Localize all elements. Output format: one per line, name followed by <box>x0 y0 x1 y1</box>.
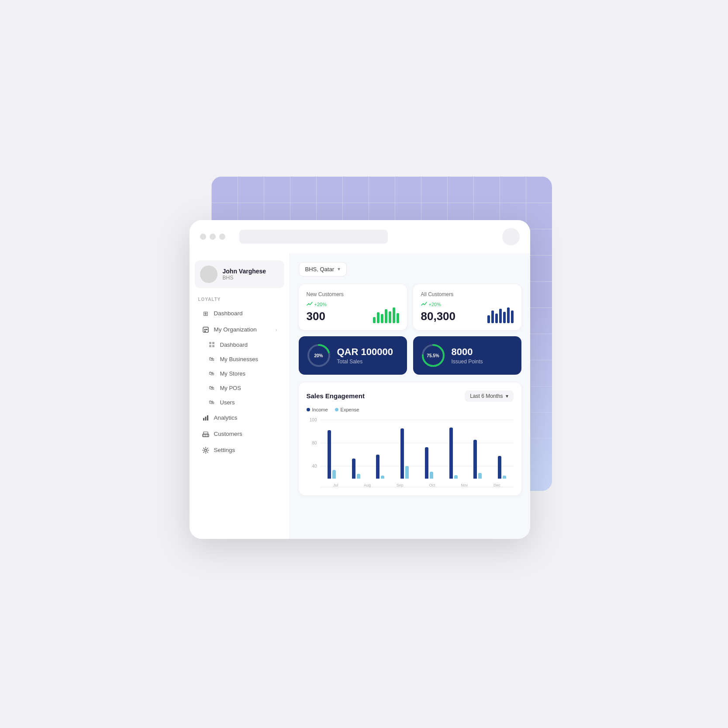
income-bar <box>425 447 428 479</box>
sub-dashboard-icon <box>209 342 216 348</box>
all-customers-value: 80,300 <box>421 310 456 323</box>
svg-rect-7 <box>212 345 214 347</box>
expense-bar <box>454 475 458 479</box>
x-label: Nov <box>461 483 468 487</box>
bar-group <box>352 459 360 479</box>
issued-points-progress: 75.5% <box>421 343 445 368</box>
new-customers-chart <box>373 306 399 323</box>
expense-bar <box>478 473 482 479</box>
bar-group <box>449 428 458 479</box>
sidebar-item-label-customers: Customers <box>214 431 277 437</box>
legend-expense: Expense <box>335 407 359 412</box>
sidebar-subitem-users[interactable]: 🛍 Users <box>193 396 286 410</box>
all-customers-change: +20% <box>421 301 456 308</box>
stores-label: My Stores <box>220 370 246 377</box>
sidebar-item-settings[interactable]: Settings <box>193 442 286 458</box>
income-bar <box>498 456 501 479</box>
total-sales-label: Total Sales <box>337 359 393 365</box>
period-label: Last 6 Months <box>470 393 503 399</box>
sidebar-item-my-organization[interactable]: My Organization › <box>193 322 286 338</box>
expense-label: Expense <box>341 407 359 412</box>
sidebar-item-customers[interactable]: Customers <box>193 426 286 442</box>
svg-rect-9 <box>205 417 206 421</box>
user-info: John Varghese BHS <box>223 268 266 281</box>
bar-group <box>400 428 409 478</box>
engagement-title: Sales Engagement <box>307 392 365 400</box>
all-customers-chart <box>487 306 514 323</box>
organization-icon <box>202 326 210 334</box>
users-label: Users <box>220 399 235 406</box>
bar-group <box>473 440 482 478</box>
svg-rect-10 <box>207 415 208 421</box>
expense-dot <box>335 408 338 411</box>
all-customers-title: All Customers <box>421 291 514 297</box>
sidebar: John Varghese BHS LOYALTY ⊞ Dashboard <box>190 253 290 539</box>
traffic-light-red <box>200 234 206 240</box>
sub-dashboard-label: Dashboard <box>220 342 248 348</box>
sidebar-subitem-my-stores[interactable]: 🛍 My Stores <box>193 367 286 381</box>
issued-points-value: 8000 <box>452 346 483 358</box>
total-sales-card: 20% QAR 100000 Total Sales <box>299 336 407 375</box>
location-chevron-icon: ▾ <box>338 266 340 272</box>
chevron-right-icon: › <box>276 327 277 332</box>
total-sales-value: QAR 100000 <box>337 346 393 358</box>
app-window: John Varghese BHS LOYALTY ⊞ Dashboard <box>190 220 530 539</box>
expense-bar <box>332 470 336 479</box>
svg-point-16 <box>204 449 207 451</box>
svg-rect-5 <box>212 342 214 344</box>
new-customers-title: New Customers <box>307 291 399 297</box>
main-content: BHS, Qatar ▾ New Customers <box>290 253 530 539</box>
new-customers-value: 300 <box>307 310 327 323</box>
user-name: John Varghese <box>223 268 266 275</box>
bar-chart: 100 80 40 <box>307 417 514 487</box>
period-selector[interactable]: Last 6 Months ▾ <box>465 390 513 402</box>
search-bar[interactable] <box>239 230 388 244</box>
bar-group <box>498 456 506 479</box>
businesses-icon: 🛍 <box>209 356 216 363</box>
user-org: BHS <box>223 275 266 281</box>
sidebar-subitem-my-pos[interactable]: 🛍 My POS <box>193 381 286 395</box>
engagement-section: Sales Engagement Last 6 Months ▾ Income <box>299 383 521 495</box>
location-selector[interactable]: BHS, Qatar ▾ <box>299 262 347 276</box>
expense-bar <box>357 474 360 478</box>
sidebar-item-analytics[interactable]: Analytics <box>193 410 286 426</box>
bar-group <box>425 447 433 479</box>
stats-grid: New Customers +20% <box>299 284 521 330</box>
sidebar-subitem-my-businesses[interactable]: 🛍 My Businesses <box>193 352 286 366</box>
total-sales-progress: 20% <box>307 343 331 368</box>
expense-bar <box>405 466 409 479</box>
issued-points-pct: 75.5% <box>427 353 439 358</box>
svg-rect-4 <box>209 342 211 344</box>
period-chevron-icon: ▾ <box>506 393 508 399</box>
pos-icon: 🛍 <box>209 385 216 392</box>
dark-stats-grid: 20% QAR 100000 Total Sales <box>299 336 521 375</box>
income-dot <box>307 408 310 411</box>
svg-rect-6 <box>209 345 211 347</box>
x-label: Dec <box>493 483 500 487</box>
dashboard-icon: ⊞ <box>202 310 210 317</box>
window-action-button[interactable] <box>502 228 520 245</box>
trend-up-icon-2 <box>421 301 427 308</box>
all-customers-card: All Customers +20% <box>413 284 521 330</box>
sidebar-subitem-dashboard[interactable]: Dashboard <box>193 338 286 352</box>
svg-rect-3 <box>204 331 206 332</box>
chart-legend: Income Expense <box>307 407 514 412</box>
income-bar <box>376 455 380 479</box>
income-bar <box>352 459 355 479</box>
settings-icon <box>202 446 210 454</box>
traffic-lights <box>200 234 225 240</box>
x-label: Oct <box>429 483 435 487</box>
sidebar-item-dashboard[interactable]: ⊞ Dashboard <box>193 306 286 321</box>
user-card: John Varghese BHS <box>195 260 284 288</box>
x-label: Jul <box>333 483 338 487</box>
pos-label: My POS <box>220 385 241 391</box>
stores-icon: 🛍 <box>209 370 216 377</box>
analytics-icon <box>202 414 210 422</box>
issued-points-card: 75.5% 8000 Issued Points <box>413 336 521 375</box>
income-bar <box>328 430 331 479</box>
bar-group <box>376 455 384 479</box>
section-label: LOYALTY <box>190 297 290 305</box>
x-label: Sep <box>397 483 404 487</box>
all-customers-left: +20% 80,300 <box>421 301 456 323</box>
svg-rect-8 <box>203 418 204 421</box>
